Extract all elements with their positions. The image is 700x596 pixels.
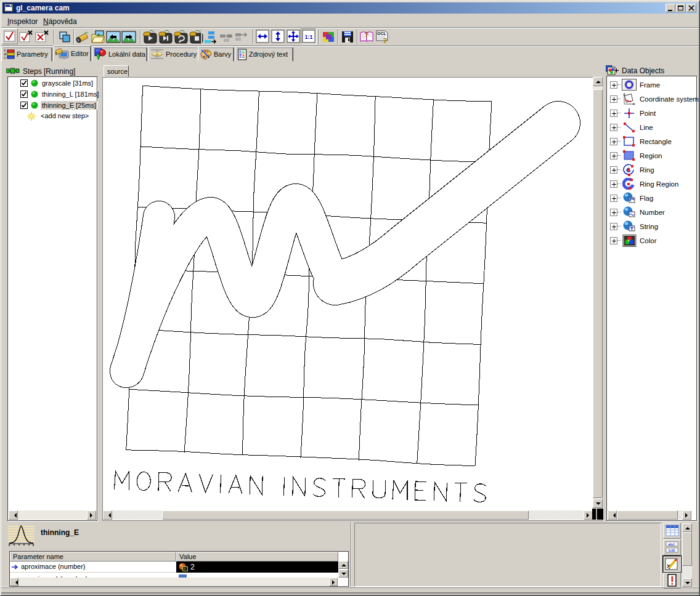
svg-text:abc!: abc! xyxy=(668,542,675,546)
svg-text:0,00: 0,00 xyxy=(668,549,675,552)
svg-text:1:1: 1:1 xyxy=(304,34,312,40)
svg-text:V: V xyxy=(4,56,6,60)
svg-text:?: ? xyxy=(383,36,387,44)
svg-text:OCL: OCL xyxy=(377,31,387,36)
svg-text:?: ? xyxy=(365,31,368,38)
